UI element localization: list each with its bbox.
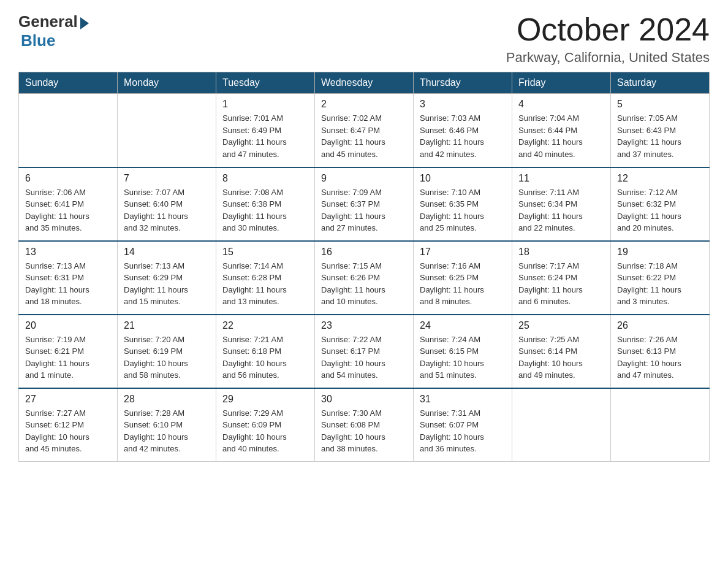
- day-info: Sunrise: 7:14 AMSunset: 6:28 PMDaylight:…: [222, 260, 308, 308]
- day-number: 11: [518, 173, 604, 184]
- week-row-3: 13Sunrise: 7:13 AMSunset: 6:31 PMDayligh…: [19, 241, 710, 315]
- day-info: Sunrise: 7:06 AMSunset: 6:41 PMDaylight:…: [25, 186, 111, 234]
- day-info: Sunrise: 7:01 AMSunset: 6:49 PMDaylight:…: [222, 112, 308, 160]
- day-info: Sunrise: 7:30 AMSunset: 6:08 PMDaylight:…: [321, 407, 407, 455]
- calendar-cell: 2Sunrise: 7:02 AMSunset: 6:47 PMDaylight…: [315, 94, 414, 167]
- logo-general-text: General: [18, 12, 78, 31]
- calendar-cell: 20Sunrise: 7:19 AMSunset: 6:21 PMDayligh…: [19, 315, 118, 388]
- logo-blue-text: Blue: [21, 31, 55, 50]
- day-info: Sunrise: 7:08 AMSunset: 6:38 PMDaylight:…: [222, 186, 308, 234]
- day-number: 30: [321, 394, 407, 405]
- weekday-header-thursday: Thursday: [414, 72, 512, 94]
- weekday-header-row: SundayMondayTuesdayWednesdayThursdayFrid…: [19, 72, 710, 94]
- day-info: Sunrise: 7:31 AMSunset: 6:07 PMDaylight:…: [420, 407, 506, 455]
- logo-arrow-icon: [80, 17, 89, 29]
- calendar-cell: 30Sunrise: 7:30 AMSunset: 6:08 PMDayligh…: [315, 388, 414, 462]
- day-info: Sunrise: 7:13 AMSunset: 6:31 PMDaylight:…: [25, 260, 111, 308]
- calendar-cell: 18Sunrise: 7:17 AMSunset: 6:24 PMDayligh…: [512, 241, 611, 315]
- day-info: Sunrise: 7:07 AMSunset: 6:40 PMDaylight:…: [124, 186, 210, 234]
- day-number: 26: [617, 320, 703, 331]
- calendar-cell: 23Sunrise: 7:22 AMSunset: 6:17 PMDayligh…: [315, 315, 414, 388]
- day-number: 28: [124, 394, 210, 405]
- day-number: 5: [617, 99, 703, 110]
- calendar-cell: 9Sunrise: 7:09 AMSunset: 6:37 PMDaylight…: [315, 167, 414, 241]
- location: Parkway, California, United States: [506, 50, 710, 66]
- calendar-cell: 15Sunrise: 7:14 AMSunset: 6:28 PMDayligh…: [216, 241, 315, 315]
- calendar-cell: 16Sunrise: 7:15 AMSunset: 6:26 PMDayligh…: [315, 241, 414, 315]
- day-number: 17: [420, 247, 506, 258]
- day-number: 31: [420, 394, 506, 405]
- weekday-header-saturday: Saturday: [611, 72, 710, 94]
- day-number: 10: [420, 173, 506, 184]
- day-info: Sunrise: 7:09 AMSunset: 6:37 PMDaylight:…: [321, 186, 407, 234]
- day-info: Sunrise: 7:18 AMSunset: 6:22 PMDaylight:…: [617, 260, 703, 308]
- day-number: 2: [321, 99, 407, 110]
- day-info: Sunrise: 7:16 AMSunset: 6:25 PMDaylight:…: [420, 260, 506, 308]
- day-number: 20: [25, 320, 111, 331]
- day-number: 7: [124, 173, 210, 184]
- day-number: 18: [518, 247, 604, 258]
- weekday-header-tuesday: Tuesday: [216, 72, 315, 94]
- calendar-cell: [118, 94, 216, 167]
- calendar-table: SundayMondayTuesdayWednesdayThursdayFrid…: [18, 72, 710, 462]
- day-number: 12: [617, 173, 703, 184]
- calendar-cell: [512, 388, 611, 462]
- calendar-cell: 17Sunrise: 7:16 AMSunset: 6:25 PMDayligh…: [414, 241, 512, 315]
- day-number: 3: [420, 99, 506, 110]
- calendar-cell: 28Sunrise: 7:28 AMSunset: 6:10 PMDayligh…: [118, 388, 216, 462]
- calendar-cell: 5Sunrise: 7:05 AMSunset: 6:43 PMDaylight…: [611, 94, 710, 167]
- day-info: Sunrise: 7:11 AMSunset: 6:34 PMDaylight:…: [518, 186, 604, 234]
- day-number: 4: [518, 99, 604, 110]
- day-info: Sunrise: 7:02 AMSunset: 6:47 PMDaylight:…: [321, 112, 407, 160]
- day-info: Sunrise: 7:24 AMSunset: 6:15 PMDaylight:…: [420, 334, 506, 381]
- week-row-5: 27Sunrise: 7:27 AMSunset: 6:12 PMDayligh…: [19, 388, 710, 462]
- calendar-cell: 22Sunrise: 7:21 AMSunset: 6:18 PMDayligh…: [216, 315, 315, 388]
- day-number: 16: [321, 247, 407, 258]
- calendar-cell: 21Sunrise: 7:20 AMSunset: 6:19 PMDayligh…: [118, 315, 216, 388]
- day-info: Sunrise: 7:26 AMSunset: 6:13 PMDaylight:…: [617, 334, 703, 381]
- weekday-header-friday: Friday: [512, 72, 611, 94]
- day-info: Sunrise: 7:13 AMSunset: 6:29 PMDaylight:…: [124, 260, 210, 308]
- weekday-header-sunday: Sunday: [19, 72, 118, 94]
- calendar-cell: 7Sunrise: 7:07 AMSunset: 6:40 PMDaylight…: [118, 167, 216, 241]
- calendar-cell: 1Sunrise: 7:01 AMSunset: 6:49 PMDaylight…: [216, 94, 315, 167]
- day-number: 8: [222, 173, 308, 184]
- calendar-cell: 14Sunrise: 7:13 AMSunset: 6:29 PMDayligh…: [118, 241, 216, 315]
- week-row-2: 6Sunrise: 7:06 AMSunset: 6:41 PMDaylight…: [19, 167, 710, 241]
- day-info: Sunrise: 7:27 AMSunset: 6:12 PMDaylight:…: [25, 407, 111, 455]
- calendar-cell: 24Sunrise: 7:24 AMSunset: 6:15 PMDayligh…: [414, 315, 512, 388]
- day-number: 22: [222, 320, 308, 331]
- calendar-cell: [19, 94, 118, 167]
- week-row-4: 20Sunrise: 7:19 AMSunset: 6:21 PMDayligh…: [19, 315, 710, 388]
- day-info: Sunrise: 7:29 AMSunset: 6:09 PMDaylight:…: [222, 407, 308, 455]
- logo: General Blue: [18, 12, 89, 50]
- day-info: Sunrise: 7:10 AMSunset: 6:35 PMDaylight:…: [420, 186, 506, 234]
- month-title: October 2024: [506, 12, 710, 47]
- calendar-cell: 29Sunrise: 7:29 AMSunset: 6:09 PMDayligh…: [216, 388, 315, 462]
- day-number: 9: [321, 173, 407, 184]
- day-number: 29: [222, 394, 308, 405]
- day-info: Sunrise: 7:12 AMSunset: 6:32 PMDaylight:…: [617, 186, 703, 234]
- day-info: Sunrise: 7:19 AMSunset: 6:21 PMDaylight:…: [25, 334, 111, 381]
- day-info: Sunrise: 7:21 AMSunset: 6:18 PMDaylight:…: [222, 334, 308, 381]
- calendar-cell: 13Sunrise: 7:13 AMSunset: 6:31 PMDayligh…: [19, 241, 118, 315]
- day-info: Sunrise: 7:28 AMSunset: 6:10 PMDaylight:…: [124, 407, 210, 455]
- calendar-cell: 8Sunrise: 7:08 AMSunset: 6:38 PMDaylight…: [216, 167, 315, 241]
- calendar-cell: 19Sunrise: 7:18 AMSunset: 6:22 PMDayligh…: [611, 241, 710, 315]
- day-info: Sunrise: 7:03 AMSunset: 6:46 PMDaylight:…: [420, 112, 506, 160]
- day-number: 25: [518, 320, 604, 331]
- day-info: Sunrise: 7:17 AMSunset: 6:24 PMDaylight:…: [518, 260, 604, 308]
- calendar-cell: 27Sunrise: 7:27 AMSunset: 6:12 PMDayligh…: [19, 388, 118, 462]
- day-number: 13: [25, 247, 111, 258]
- day-number: 27: [25, 394, 111, 405]
- day-number: 1: [222, 99, 308, 110]
- day-number: 15: [222, 247, 308, 258]
- calendar-cell: 3Sunrise: 7:03 AMSunset: 6:46 PMDaylight…: [414, 94, 512, 167]
- day-info: Sunrise: 7:04 AMSunset: 6:44 PMDaylight:…: [518, 112, 604, 160]
- calendar-cell: 31Sunrise: 7:31 AMSunset: 6:07 PMDayligh…: [414, 388, 512, 462]
- day-info: Sunrise: 7:15 AMSunset: 6:26 PMDaylight:…: [321, 260, 407, 308]
- day-number: 23: [321, 320, 407, 331]
- calendar-cell: 6Sunrise: 7:06 AMSunset: 6:41 PMDaylight…: [19, 167, 118, 241]
- day-number: 24: [420, 320, 506, 331]
- day-number: 21: [124, 320, 210, 331]
